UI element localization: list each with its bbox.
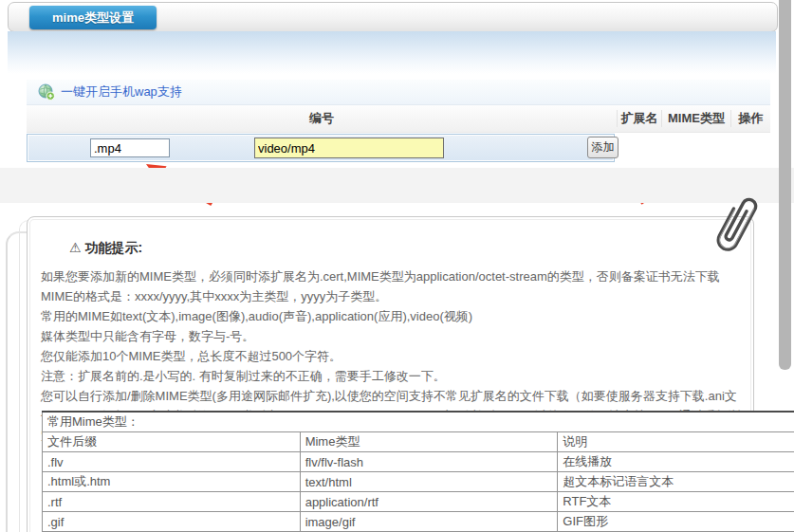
mime-type-input[interactable] bbox=[254, 138, 444, 158]
extension-input[interactable] bbox=[90, 138, 170, 157]
cell-suffix: .rtf bbox=[43, 492, 301, 512]
table-header-row: 文件后缀 Mime类型 说明 bbox=[43, 432, 794, 452]
header-gradient-band bbox=[8, 31, 776, 74]
cell-mime: text/html bbox=[300, 472, 558, 492]
table-row: .html或.htm text/html 超文本标记语言文本 bbox=[43, 472, 794, 492]
cell-suffix: .flv bbox=[43, 452, 301, 472]
column-header-description: 说明 bbox=[558, 432, 794, 452]
table-row: .gif image/gif GIF图形 bbox=[43, 512, 794, 532]
cell-description: 在线播放 bbox=[558, 452, 794, 472]
tip-line: 常用的MIME如text(文本),image(图像),audio(声音),app… bbox=[41, 306, 750, 326]
table-caption: 常用Mime类型： bbox=[43, 412, 794, 432]
cell-description: GIF图形 bbox=[558, 512, 794, 532]
table-row: .flv flv/flv-flash 在线播放 bbox=[43, 452, 794, 472]
tab-bar: mime类型设置 bbox=[8, 2, 778, 32]
cell-description: 超文本标记语言文本 bbox=[558, 472, 794, 492]
add-mime-row: 添加 bbox=[27, 134, 615, 162]
cell-mime: flv/flv-flash bbox=[300, 452, 558, 472]
column-header-mime-type: MIME类型 bbox=[661, 110, 730, 127]
tip-line: 注意：扩展名前的.是小写的. 有时复制过来的不正确，需要手工修改一下。 bbox=[41, 366, 750, 386]
warning-icon: ⚠ bbox=[69, 240, 82, 255]
cell-suffix: .html或.htm bbox=[43, 472, 301, 492]
mime-settings-page: mime类型设置 一键开启手机wap支持 编号 bbox=[0, 0, 794, 532]
column-header-extension: 扩展名 bbox=[617, 110, 661, 127]
cell-mime: image/gif bbox=[300, 512, 558, 532]
mime-form-panel: 一键开启手机wap支持 编号 扩展名 MIME类型 操作 添加 bbox=[27, 80, 770, 162]
form-table-header: 编号 扩展名 MIME类型 操作 bbox=[27, 105, 770, 133]
tip-line: 媒体类型中只能含有字母，数字与-号。 bbox=[41, 326, 750, 346]
common-mime-table: 常用Mime类型： 文件后缀 Mime类型 说明 .flv flv/flv-fl… bbox=[42, 411, 794, 532]
column-header-mime: Mime类型 bbox=[300, 432, 558, 452]
tips-heading: ⚠功能提示: bbox=[69, 240, 142, 257]
column-header-number: 编号 bbox=[27, 110, 617, 127]
tip-line: MIME的格式是：xxxx/yyyy,其中xxxx为主类型，yyyy为子类型。 bbox=[41, 286, 750, 306]
tips-heading-label: 功能提示: bbox=[85, 240, 143, 255]
add-button[interactable]: 添加 bbox=[587, 137, 619, 158]
tab-mime-settings[interactable]: mime类型设置 bbox=[29, 6, 157, 29]
column-header-action: 操作 bbox=[730, 110, 770, 127]
wap-support-row: 一键开启手机wap支持 bbox=[27, 80, 770, 105]
cell-mime: application/rtf bbox=[300, 492, 558, 512]
cell-suffix: .gif bbox=[43, 512, 301, 532]
tip-line: 如果您要添加新的MIME类型，必须同时添扩展名为.cert,MIME类型为app… bbox=[41, 266, 750, 286]
scrollbar-thumb[interactable] bbox=[779, 0, 791, 370]
section-divider-band bbox=[0, 168, 794, 203]
column-header-file-suffix: 文件后缀 bbox=[43, 432, 301, 452]
table-row: .rtf application/rtf RTF文本 bbox=[43, 492, 794, 512]
globe-add-icon bbox=[38, 83, 55, 101]
tip-line: 您仅能添加10个MIME类型，总长度不超过500个字符。 bbox=[41, 346, 750, 366]
cell-description: RTF文本 bbox=[558, 492, 794, 512]
enable-wap-link[interactable]: 一键开启手机wap支持 bbox=[61, 83, 182, 101]
table-caption-row: 常用Mime类型： bbox=[43, 412, 794, 432]
